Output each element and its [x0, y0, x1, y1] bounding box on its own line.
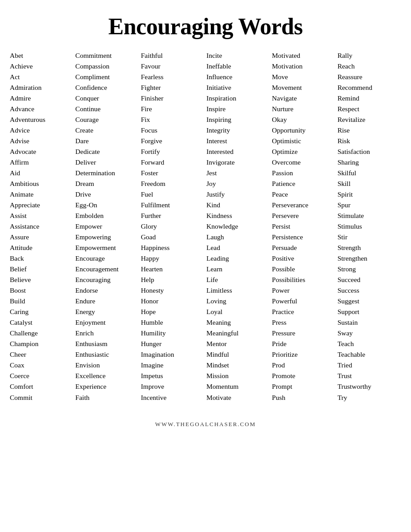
- word-item: Impetus: [140, 371, 206, 381]
- word-item: Reassure: [337, 72, 402, 82]
- word-item: Mentor: [206, 339, 271, 349]
- word-item: Finisher: [140, 93, 206, 104]
- word-item: Knowledge: [206, 221, 271, 232]
- word-item: Freedom: [140, 178, 206, 189]
- word-item: Honesty: [140, 285, 206, 296]
- word-item: Powerful: [271, 296, 336, 306]
- word-item: Joy: [206, 178, 271, 189]
- word-item: Meaningful: [206, 328, 271, 339]
- word-item: Patience: [271, 178, 336, 189]
- page-title: Encouraging Words: [9, 13, 402, 40]
- word-item: Rally: [337, 50, 402, 61]
- word-item: Fix: [140, 114, 206, 125]
- word-item: Pressure: [271, 328, 336, 339]
- word-item: Comfort: [9, 381, 74, 392]
- word-item: Power: [271, 285, 336, 296]
- word-item: Limitless: [206, 285, 271, 296]
- word-item: Dream: [74, 178, 140, 189]
- word-item: Faithful: [140, 50, 206, 61]
- word-item: Prompt: [271, 381, 336, 392]
- word-item: Peace: [271, 189, 336, 200]
- word-item: Assist: [9, 210, 74, 221]
- word-item: Happy: [140, 253, 206, 264]
- word-item: Confidence: [74, 82, 140, 93]
- word-item: Enjoyment: [74, 317, 140, 328]
- word-item: Enthusiastic: [74, 349, 140, 360]
- word-item: Invigorate: [206, 157, 271, 168]
- word-item: Believe: [9, 274, 74, 285]
- word-item: Movement: [271, 82, 336, 93]
- word-item: Goad: [140, 232, 206, 242]
- footer-text: WWW.THEGOALCHASER.COM: [9, 421, 402, 428]
- word-item: Teach: [337, 339, 402, 349]
- word-item: Attitude: [9, 242, 74, 253]
- word-item: Loving: [206, 296, 271, 306]
- word-item: Try: [337, 392, 402, 403]
- word-item: Interest: [206, 136, 271, 146]
- word-item: Hunger: [140, 339, 206, 349]
- word-item: Satisfaction: [337, 146, 402, 157]
- word-item: Mission: [206, 371, 271, 381]
- word-item: Compliment: [74, 72, 140, 82]
- word-item: Rise: [337, 125, 402, 136]
- word-item: Encourage: [74, 253, 140, 264]
- word-item: Spur: [337, 200, 402, 210]
- word-column-2: CommitmentCompassionComplimentConfidence…: [74, 50, 140, 403]
- word-item: Continue: [74, 104, 140, 114]
- word-item: Favour: [140, 61, 206, 72]
- word-item: Forgive: [140, 136, 206, 146]
- word-item: Motivated: [271, 50, 336, 61]
- word-item: Dedicate: [74, 146, 140, 157]
- word-item: Interested: [206, 146, 271, 157]
- word-item: Motivate: [206, 392, 271, 403]
- word-item: Act: [9, 72, 74, 82]
- word-item: Support: [337, 306, 402, 317]
- word-item: Strengthen: [337, 253, 402, 264]
- word-item: Animate: [9, 189, 74, 200]
- word-item: Egg-On: [74, 200, 140, 210]
- word-item: Advise: [9, 136, 74, 146]
- word-item: Drive: [74, 189, 140, 200]
- word-item: Encouragement: [74, 264, 140, 274]
- word-item: Fire: [140, 104, 206, 114]
- word-item: Recommend: [337, 82, 402, 93]
- word-item: Respect: [337, 104, 402, 114]
- word-item: Embolden: [74, 210, 140, 221]
- word-item: Ineffable: [206, 61, 271, 72]
- word-item: Energy: [74, 306, 140, 317]
- word-column-5: MotivatedMotivationMoveMovementNavigateN…: [271, 50, 336, 403]
- word-item: Affirm: [9, 157, 74, 168]
- word-item: Move: [271, 72, 336, 82]
- word-item: Mindset: [206, 360, 271, 371]
- word-item: Learn: [206, 264, 271, 274]
- word-item: Admiration: [9, 82, 74, 93]
- word-item: Fearless: [140, 72, 206, 82]
- word-item: Belief: [9, 264, 74, 274]
- word-item: Push: [271, 392, 336, 403]
- word-item: Deliver: [74, 157, 140, 168]
- word-item: Practice: [271, 306, 336, 317]
- word-item: Incentive: [140, 392, 206, 403]
- word-item: Optimize: [271, 146, 336, 157]
- word-item: Focus: [140, 125, 206, 136]
- word-item: Build: [9, 296, 74, 306]
- word-item: Kind: [206, 200, 271, 210]
- word-item: Aid: [9, 168, 74, 178]
- word-item: Enthusiasm: [74, 339, 140, 349]
- word-item: Fuel: [140, 189, 206, 200]
- word-item: Cheer: [9, 349, 74, 360]
- word-item: Revitalize: [337, 114, 402, 125]
- word-item: Tried: [337, 360, 402, 371]
- word-item: Stir: [337, 232, 402, 242]
- word-grid: AbetAchieveActAdmirationAdmireAdvanceAdv…: [9, 50, 402, 403]
- word-item: Persist: [271, 221, 336, 232]
- word-column-4: InciteIneffableInfluenceInitiativeInspir…: [206, 50, 271, 403]
- word-item: Strength: [337, 242, 402, 253]
- word-item: Skilful: [337, 168, 402, 178]
- word-item: Honor: [140, 296, 206, 306]
- word-item: Navigate: [271, 93, 336, 104]
- word-item: Caring: [9, 306, 74, 317]
- word-item: Stimulate: [337, 210, 402, 221]
- word-item: Perseverance: [271, 200, 336, 210]
- word-item: Optimistic: [271, 136, 336, 146]
